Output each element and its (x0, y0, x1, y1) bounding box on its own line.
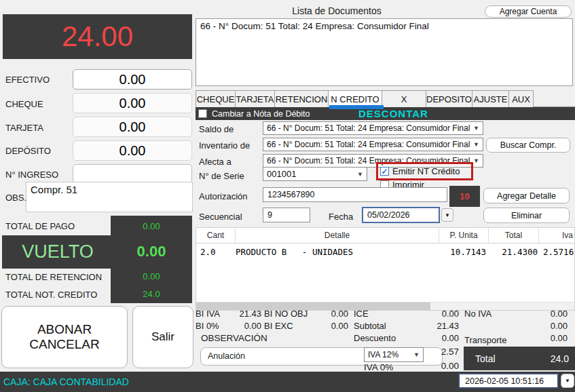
ingreso-input[interactable] (73, 164, 192, 183)
tab-deposito[interactable]: DEPOSITO (426, 90, 472, 107)
salir-label: Salir (151, 330, 174, 344)
afecta-a-label: Afecta a (199, 157, 231, 167)
buscar-compr-button[interactable]: Buscar Compr. (486, 138, 570, 153)
inventario-de-label: Inventario de (199, 140, 250, 151)
serie-combo[interactable]: 001001 ▼ (263, 167, 367, 181)
table-row[interactable]: 2.0 PRODUCTO B - UNIDADES 10.7143 21.430… (196, 243, 574, 257)
cambiar-debito-checkbox[interactable] (198, 109, 207, 118)
emitir-nt-checkbox[interactable]: ✓ (380, 167, 389, 176)
serie-value: 001001 (267, 169, 296, 179)
descuento-value: 0.00 (405, 333, 459, 343)
ingreso-label: N° INGRESO (5, 170, 58, 180)
caja-status-label: CAJA: CAJA CONTABILIDAD (3, 376, 129, 387)
emitir-nt-label: Emitir NT Crédito (392, 166, 460, 176)
inventario-de-combo[interactable]: 66 - N° Docum: 51 Total: 24 Empresa: Con… (263, 138, 483, 151)
deposito-label: DEPÓSITO (5, 146, 51, 156)
iva0-label: IVA 0% (364, 362, 393, 372)
secuencial-label: Secuencial (199, 212, 242, 222)
datetime-dropdown-button[interactable]: ▼ (561, 374, 574, 388)
tab-ajuste[interactable]: AJUSTE (472, 90, 509, 107)
subtotal-value: 21.43 (405, 321, 459, 331)
row-iva: 2.5716 (539, 247, 574, 257)
no-iva-value: 0.00 (513, 309, 568, 319)
efectivo-label: EFECTIVO (5, 75, 50, 85)
chevron-down-icon: ▼ (470, 125, 479, 132)
tab-tarjeta[interactable]: TARJETA (235, 90, 275, 107)
abonar-cancelar-button[interactable]: ABONAR CANCELAR (1, 306, 128, 368)
deposito-input[interactable] (73, 140, 192, 161)
documents-list: 66 - N° Docum: 51 Total: 24 Empresa: Con… (196, 18, 573, 86)
cheque-input[interactable] (73, 93, 192, 113)
fecha-label: Fecha (329, 212, 353, 222)
cheque-label: CHEQUE (5, 99, 43, 109)
tab-aux[interactable]: AUX (508, 90, 534, 107)
active-tab-indicator (329, 105, 384, 109)
bi-exc-value: 0.00 (304, 321, 348, 331)
emitir-nt-highlight-frame: ✓ Emitir NT Crédito (376, 162, 473, 180)
total-pago-value: 0.00 (111, 221, 192, 231)
iva12-value: 2.57 (405, 347, 459, 357)
fecha-input[interactable] (362, 207, 440, 223)
bi-exc-label: BI EXC (264, 321, 293, 331)
document-list-item[interactable]: 66 - N° Docum: 51 Total: 24 Empresa: Con… (196, 19, 572, 33)
payment-tabs: CHEQUE TARJETA RETENCION N CREDITO X COB… (196, 90, 575, 107)
salir-button[interactable]: Salir (132, 306, 193, 368)
pos-window: 24.00 EFECTIVO CHEQUE TARJETA DEPÓSITO N… (0, 0, 575, 392)
autorizacion-length-badge: 10 (449, 186, 480, 207)
efectivo-input[interactable] (73, 69, 192, 90)
bi-no-obj-value: 0.00 (304, 309, 348, 319)
bi-0-value: 0.00 (217, 321, 261, 331)
obs-label: OBS. (5, 193, 26, 203)
ice-label: ICE (354, 309, 369, 319)
autorizacion-input[interactable] (263, 187, 447, 202)
eliminar-label: Eliminar (511, 211, 542, 220)
check-icon: ✓ (381, 168, 388, 175)
agregar-cuenta-button[interactable]: Agregar Cuenta (485, 5, 572, 18)
chevron-down-icon: ▼ (354, 171, 363, 178)
saldo-de-combo[interactable]: 66 - N° Docum: 51 Total: 24 Empresa: Con… (263, 121, 483, 135)
iva0-value: 0.00 (405, 361, 459, 371)
saldo-de-value: 66 - N° Docum: 51 Total: 24 Empresa: Con… (267, 123, 470, 133)
amount-value: 24.00 (62, 20, 133, 53)
total-pago-label: TOTAL DE PAGO (5, 221, 75, 231)
row-cant: 2.0 (196, 247, 236, 257)
abonar-line: ABONAR (37, 322, 92, 337)
col-iva: Iva (539, 228, 574, 243)
serie-label: N° de Serie (199, 171, 244, 181)
tab-x-cobrar[interactable]: X COBRAR (382, 90, 426, 107)
descuento-label: Descuento (354, 333, 396, 343)
row-p-unita: 10.7143 (439, 247, 489, 257)
cancelar-line: CANCELAR (29, 337, 99, 352)
detail-table-header: Cant Detalle P. Unita Total Iva (196, 228, 574, 243)
inventario-de-value: 66 - N° Docum: 51 Total: 24 Empresa: Con… (267, 140, 470, 149)
chevron-down-icon: ▼ (565, 378, 570, 384)
total-label: Total (475, 353, 496, 364)
col-cant: Cant (196, 228, 236, 243)
row-detalle: PRODUCTO B - UNIDADES (236, 247, 439, 257)
col-detalle: Detalle (236, 228, 439, 243)
observacion-label: OBSERVACIÓN (201, 333, 267, 343)
total-retencion-label: TOTAL DE RETENCION (5, 272, 102, 282)
total-box: Total 24.0 (464, 347, 575, 370)
iva12-combo-value: IVA 12% (368, 350, 398, 359)
vuelto-value: 0.00 (111, 243, 192, 260)
amount-display: 24.00 (3, 14, 192, 59)
chevron-down-icon: ▼ (470, 141, 479, 148)
tab-cheque[interactable]: CHEQUE (196, 90, 236, 107)
autorizacion-label: Autorización (199, 191, 248, 201)
datetime-input[interactable]: 2026-02-05 10:51:16 (458, 373, 559, 389)
descontar-label: DESCONTAR (358, 108, 428, 119)
agregar-detalle-label: Agregar Detalle (497, 191, 556, 201)
secuencial-input[interactable] (263, 208, 310, 222)
eliminar-button[interactable]: Eliminar (483, 208, 570, 223)
cambiar-debito-label: Cambiar a Nóta de Débito (212, 109, 310, 119)
vuelto-label: VUELTO (7, 241, 109, 262)
fecha-dropdown-button[interactable]: ▼ (441, 208, 453, 222)
transporte-value: 0.00 (513, 333, 568, 343)
agregar-detalle-button[interactable]: Agregar Detalle (483, 188, 570, 203)
obs-textarea[interactable]: Compr. 51 (26, 182, 193, 212)
tarjeta-label: TARJETA (5, 123, 43, 133)
tarjeta-input[interactable] (73, 117, 192, 137)
tab-retencion[interactable]: RETENCION (274, 90, 329, 107)
col-p-unita: P. Unita (439, 228, 489, 243)
